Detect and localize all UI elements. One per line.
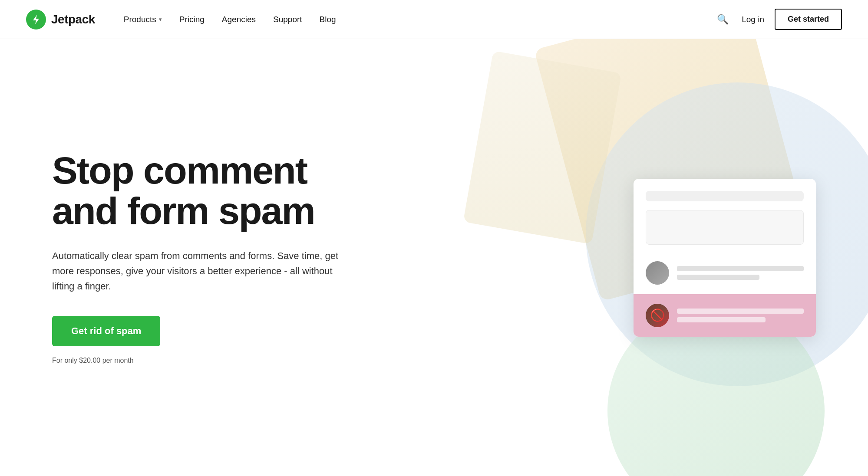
user-avatar bbox=[646, 261, 669, 285]
spam-avatar: 🚫 bbox=[646, 304, 669, 327]
nav-pricing[interactable]: Pricing bbox=[172, 11, 211, 28]
ban-overlay: 🚫 bbox=[646, 304, 669, 327]
nav-products[interactable]: Products ▾ bbox=[117, 11, 169, 28]
search-icon: 🔍 bbox=[717, 14, 729, 25]
nav-support[interactable]: Support bbox=[266, 11, 309, 28]
spam-line-2 bbox=[677, 317, 766, 322]
logo-icon bbox=[26, 10, 46, 30]
ban-icon: 🚫 bbox=[650, 308, 665, 322]
jetpack-bolt-icon bbox=[30, 14, 42, 25]
spam-comment-item: 🚫 bbox=[634, 294, 816, 337]
comment-line-2 bbox=[677, 275, 759, 280]
spam-text-lines bbox=[677, 309, 804, 322]
blog-label: Blog bbox=[320, 15, 336, 24]
comment-line-1 bbox=[677, 266, 804, 271]
nav-agencies[interactable]: Agencies bbox=[215, 11, 263, 28]
svg-marker-0 bbox=[33, 15, 39, 24]
hero-illustration: 🚫 bbox=[634, 179, 816, 337]
nav-right: 🔍 Log in Get started bbox=[714, 9, 842, 30]
card-content-block bbox=[646, 210, 804, 245]
login-link[interactable]: Log in bbox=[742, 15, 764, 24]
nav-links: Products ▾ Pricing Agencies Support Blog bbox=[117, 11, 714, 28]
pricing-label: Pricing bbox=[179, 15, 205, 24]
hero-content: Stop comment and form spam Automatically… bbox=[0, 116, 369, 399]
search-button[interactable]: 🔍 bbox=[714, 11, 731, 28]
hero-section: Stop comment and form spam Automatically… bbox=[0, 39, 868, 476]
products-label: Products bbox=[124, 15, 156, 24]
card-header-bar bbox=[646, 191, 804, 201]
avatar-image bbox=[646, 261, 669, 285]
get-started-button[interactable]: Get started bbox=[775, 9, 842, 30]
navbar: Jetpack Products ▾ Pricing Agencies Supp… bbox=[0, 0, 868, 39]
normal-comment-item bbox=[634, 253, 816, 292]
comment-card: 🚫 bbox=[634, 179, 816, 337]
brand-name: Jetpack bbox=[51, 13, 95, 26]
products-chevron-icon: ▾ bbox=[159, 16, 162, 23]
hero-headline: Stop comment and form spam bbox=[52, 151, 369, 231]
logo-link[interactable]: Jetpack bbox=[26, 10, 95, 30]
support-label: Support bbox=[273, 15, 302, 24]
agencies-label: Agencies bbox=[222, 15, 256, 24]
comment-text-lines bbox=[677, 266, 804, 280]
hero-subheadline: Automatically clear spam from comments a… bbox=[52, 248, 339, 294]
nav-blog[interactable]: Blog bbox=[313, 11, 343, 28]
price-note: For only $20.00 per month bbox=[52, 357, 369, 364]
spam-line-1 bbox=[677, 309, 804, 314]
cta-button[interactable]: Get rid of spam bbox=[52, 316, 160, 346]
